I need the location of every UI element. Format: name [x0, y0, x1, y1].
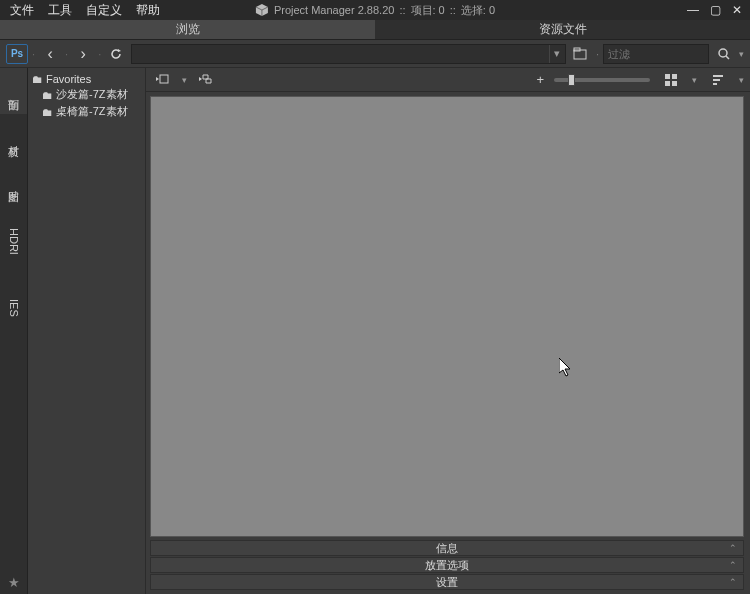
- tree-item-label: 沙发篇-7Z素材: [56, 87, 128, 102]
- main-tabbar: 浏览 资源文件: [0, 20, 750, 40]
- nav-forward-button[interactable]: ›: [72, 44, 94, 64]
- sidetab-ies[interactable]: IES: [0, 277, 27, 339]
- menu-tools[interactable]: 工具: [48, 2, 72, 19]
- title-center: Project Manager 2.88.20 :: 项目: 0 :: 选择: …: [255, 3, 495, 18]
- minimize-button[interactable]: —: [686, 3, 700, 17]
- filter-box: [603, 44, 709, 64]
- maximize-button[interactable]: ▢: [708, 3, 722, 17]
- collapse-icon: ⌃: [729, 543, 737, 553]
- search-button[interactable]: [713, 44, 735, 64]
- search-dropdown[interactable]: ▾: [739, 49, 744, 59]
- title-sep1: ::: [399, 4, 405, 16]
- refresh-button[interactable]: [105, 44, 127, 64]
- ps-button[interactable]: Ps: [6, 44, 28, 64]
- place-button[interactable]: [152, 70, 174, 90]
- panel-info[interactable]: 信息 ⌃: [150, 540, 744, 556]
- merge-button[interactable]: [195, 70, 217, 90]
- svg-marker-9: [203, 75, 208, 79]
- explorer-button[interactable]: [570, 44, 592, 64]
- svg-rect-14: [665, 81, 670, 86]
- sidetab-models[interactable]: 剖面: [0, 68, 27, 114]
- main-body: 剖面 材质 贴图 HDRI IES ★ 🖿 Favorites 🖿 沙发篇-7Z…: [0, 68, 750, 594]
- app-logo-icon: [255, 3, 269, 17]
- tab-browse[interactable]: 浏览: [0, 20, 375, 40]
- toolbar-separator2: ·: [65, 48, 68, 60]
- panel-info-label: 信息: [436, 541, 458, 556]
- folder-icon: 🖿: [42, 106, 53, 118]
- app-window: 文件 工具 自定义 帮助 Project Manager 2.88.20 :: …: [0, 0, 750, 594]
- tree-item[interactable]: 🖿 桌椅篇-7Z素材: [28, 103, 145, 120]
- svg-marker-8: [156, 77, 159, 81]
- panel-settings[interactable]: 设置 ⌃: [150, 574, 744, 590]
- selection-count: 选择: 0: [461, 3, 495, 18]
- nav-back-button[interactable]: ‹: [39, 44, 61, 64]
- titlebar: 文件 工具 自定义 帮助 Project Manager 2.88.20 :: …: [0, 0, 750, 20]
- content-toolbar-right: + ▾ ▾: [536, 70, 744, 90]
- sidetab-materials[interactable]: 材质: [0, 114, 27, 160]
- menu-help[interactable]: 帮助: [136, 2, 160, 19]
- path-input[interactable]: ▾: [131, 44, 566, 64]
- toolbar-separator: ·: [32, 48, 35, 60]
- tree-item[interactable]: 🖿 沙发篇-7Z素材: [28, 86, 145, 103]
- folder-tree: 🖿 Favorites 🖿 沙发篇-7Z素材 🖿 桌椅篇-7Z素材: [28, 68, 146, 594]
- collapse-icon: ⌃: [729, 560, 737, 570]
- view-dropdown[interactable]: ▾: [692, 75, 697, 85]
- tab-resources[interactable]: 资源文件: [375, 20, 750, 40]
- svg-rect-12: [665, 74, 670, 79]
- path-dropdown[interactable]: ▾: [549, 45, 565, 63]
- content-area: ▾ + ▾ ▾: [146, 68, 750, 594]
- folder-icon: 🖿: [32, 73, 43, 85]
- svg-marker-2: [118, 49, 121, 52]
- close-button[interactable]: ✕: [730, 3, 744, 17]
- panel-placement[interactable]: 放置选项 ⌃: [150, 557, 744, 573]
- ct-dropdown[interactable]: ▾: [182, 75, 187, 85]
- menu-custom[interactable]: 自定义: [86, 2, 122, 19]
- tree-item-label: 桌椅篇-7Z素材: [56, 104, 128, 119]
- filter-input[interactable]: [604, 45, 708, 63]
- svg-line-6: [726, 56, 729, 59]
- favorites-star-button[interactable]: ★: [0, 575, 27, 590]
- folder-icon: 🖿: [42, 89, 53, 101]
- tree-root-label: Favorites: [46, 73, 91, 85]
- tree-root-favorites[interactable]: 🖿 Favorites: [28, 72, 145, 86]
- svg-marker-11: [199, 77, 202, 81]
- svg-rect-7: [160, 75, 168, 83]
- content-toolbar: ▾ + ▾ ▾: [146, 68, 750, 92]
- sidetab-hdri[interactable]: HDRI: [0, 206, 27, 277]
- thumbnail-size-slider[interactable]: [554, 78, 650, 82]
- toolbar: Ps · ‹ · › · ▾ · ▾: [0, 40, 750, 68]
- sidetab-textures[interactable]: 贴图: [0, 160, 27, 206]
- menu-bar: 文件 工具 自定义 帮助: [0, 2, 160, 19]
- thumbnail-viewport[interactable]: [150, 96, 744, 537]
- collapse-icon: ⌃: [729, 577, 737, 587]
- app-title: Project Manager 2.88.20: [274, 4, 394, 16]
- plus-icon: +: [536, 72, 544, 87]
- panel-settings-label: 设置: [436, 575, 458, 590]
- toolbar-separator3: ·: [98, 48, 101, 60]
- content-toolbar-left: ▾: [152, 70, 217, 90]
- sort-dropdown[interactable]: ▾: [739, 75, 744, 85]
- svg-rect-13: [672, 74, 677, 79]
- title-sep2: ::: [450, 4, 456, 16]
- project-count: 项目: 0: [411, 3, 445, 18]
- toolbar-dot: ·: [596, 48, 599, 60]
- svg-marker-10: [206, 79, 211, 83]
- view-grid-button[interactable]: [660, 70, 682, 90]
- panel-placement-label: 放置选项: [425, 558, 469, 573]
- side-tabstrip: 剖面 材质 贴图 HDRI IES ★: [0, 68, 28, 594]
- svg-point-5: [719, 49, 727, 57]
- sort-button[interactable]: [707, 70, 729, 90]
- window-buttons: — ▢ ✕: [686, 3, 744, 17]
- svg-rect-15: [672, 81, 677, 86]
- slider-thumb[interactable]: [568, 74, 575, 86]
- menu-file[interactable]: 文件: [10, 2, 34, 19]
